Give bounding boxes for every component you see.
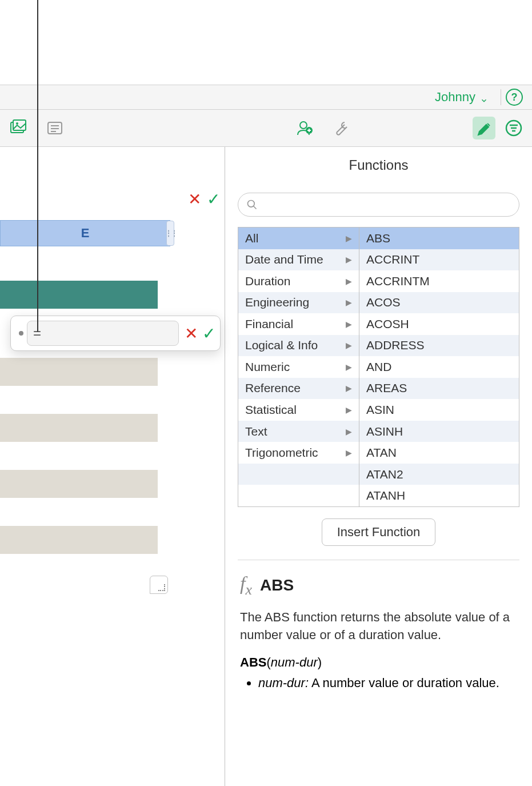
function-label: ACOS [366, 296, 401, 309]
table-row [0, 281, 158, 309]
tools-icon[interactable] [330, 117, 353, 139]
format-brush-icon[interactable] [473, 117, 495, 139]
category-label: Financial [245, 317, 293, 331]
user-menu[interactable]: Johnny [435, 90, 488, 105]
chevron-right-icon: ▶ [346, 320, 352, 329]
function-item[interactable]: ACOSH [359, 313, 519, 335]
formula-input[interactable]: = [27, 321, 179, 346]
search-box[interactable] [238, 193, 519, 217]
category-item[interactable]: Numeric▶ [238, 356, 359, 378]
table-row [0, 386, 158, 414]
function-item[interactable]: AREAS [359, 378, 519, 400]
formula-handle-icon[interactable] [19, 331, 23, 336]
help-icon[interactable]: ? [506, 89, 523, 106]
divider [501, 89, 501, 105]
cell-resize-handle[interactable] [150, 576, 168, 594]
svg-line-17 [254, 206, 257, 209]
function-item[interactable]: ADDRESS [359, 335, 519, 357]
column-label: E [81, 226, 90, 241]
help-section: fx ABS The ABS function returns the abso… [225, 560, 532, 705]
category-item-empty [238, 464, 359, 485]
svg-point-7 [300, 122, 307, 129]
search-icon [246, 199, 258, 210]
category-label: Engineering [245, 296, 309, 309]
function-table: All▶Date and Time▶Duration▶Engineering▶F… [238, 227, 519, 507]
column-drag-handle[interactable] [166, 221, 174, 246]
function-label: ASINH [366, 425, 403, 438]
column-header-e[interactable]: E [0, 220, 170, 246]
function-item[interactable]: ASINH [359, 421, 519, 442]
category-label: Duration [245, 274, 290, 288]
category-label: Trigonometric [245, 446, 318, 460]
chevron-right-icon: ▶ [346, 277, 352, 286]
category-item[interactable]: Logical & Info▶ [238, 335, 359, 357]
table-row [0, 442, 158, 470]
accept-formula-icon[interactable]: ✓ [202, 324, 215, 343]
function-label: ABS [366, 232, 390, 245]
category-item[interactable]: Engineering▶ [238, 292, 359, 314]
insert-function-button[interactable]: Insert Function [322, 518, 436, 546]
function-label: ACOSH [366, 317, 409, 331]
category-item[interactable]: Duration▶ [238, 270, 359, 292]
category-item[interactable]: Date and Time▶ [238, 249, 359, 271]
spreadsheet-area: ✕ ✓ E = ✕ ✓ [0, 147, 225, 786]
category-label: All [245, 232, 258, 245]
search-input[interactable] [262, 199, 511, 211]
function-label: ATAN2 [366, 468, 403, 481]
function-item[interactable]: ATAN2 [359, 464, 519, 485]
chevron-right-icon: ▶ [346, 341, 352, 350]
media-icon[interactable] [7, 117, 30, 139]
category-label: Reference [245, 381, 301, 395]
chevron-right-icon: ▶ [346, 234, 352, 243]
category-item[interactable]: Statistical▶ [238, 399, 359, 421]
filter-icon[interactable] [502, 117, 525, 139]
function-item[interactable]: ATANH [359, 485, 519, 506]
fx-icon: fx [240, 573, 252, 599]
table-row [0, 414, 158, 442]
function-item[interactable]: AND [359, 356, 519, 378]
category-label: Date and Time [245, 253, 323, 266]
chevron-right-icon: ▶ [346, 448, 352, 457]
function-label: ASIN [366, 403, 394, 417]
function-label: ADDRESS [366, 338, 425, 352]
function-label: ACCRINT [366, 253, 419, 266]
chevron-right-icon: ▶ [346, 384, 352, 393]
chevron-right-icon: ▶ [346, 255, 352, 264]
function-item[interactable]: ACOS [359, 292, 519, 314]
comment-icon[interactable] [43, 117, 66, 139]
function-item[interactable]: ABS [359, 228, 519, 249]
accept-icon[interactable]: ✓ [207, 190, 220, 209]
formula-bar-actions: ✕ ✓ [188, 190, 220, 209]
category-label: Logical & Info [245, 338, 318, 352]
chevron-right-icon: ▶ [346, 298, 352, 307]
table-row [0, 498, 158, 526]
collaborate-icon[interactable] [293, 117, 316, 139]
category-item-empty [238, 485, 359, 506]
cancel-icon[interactable]: ✕ [188, 190, 201, 209]
function-label: AND [366, 360, 391, 374]
functions-panel: Functions All▶Date and Time▶Duration▶Eng… [225, 147, 532, 786]
function-label: ATAN [366, 446, 397, 460]
chevron-down-icon [480, 93, 488, 101]
help-function-name: ABS [260, 576, 294, 595]
categories-column: All▶Date and Time▶Duration▶Engineering▶F… [238, 228, 359, 506]
function-item[interactable]: ACCRINT [359, 249, 519, 271]
toolbar [0, 110, 532, 147]
functions-column: ABSACCRINTACCRINTMACOSACOSHADDRESSANDARE… [359, 228, 519, 506]
category-label: Statistical [245, 403, 297, 417]
chevron-right-icon: ▶ [346, 362, 352, 372]
svg-point-16 [248, 201, 255, 208]
category-item[interactable]: Financial▶ [238, 313, 359, 335]
function-label: ATANH [366, 489, 405, 502]
category-item[interactable]: Text▶ [238, 421, 359, 442]
chevron-right-icon: ▶ [346, 427, 352, 436]
category-item[interactable]: All▶ [238, 228, 359, 249]
cancel-formula-icon[interactable]: ✕ [185, 324, 198, 343]
category-item[interactable]: Trigonometric▶ [238, 442, 359, 464]
table-row [0, 358, 158, 386]
category-item[interactable]: Reference▶ [238, 378, 359, 400]
callout-line [37, 0, 38, 332]
function-item[interactable]: ASIN [359, 399, 519, 421]
function-item[interactable]: ACCRINTM [359, 270, 519, 292]
function-item[interactable]: ATAN [359, 442, 519, 464]
